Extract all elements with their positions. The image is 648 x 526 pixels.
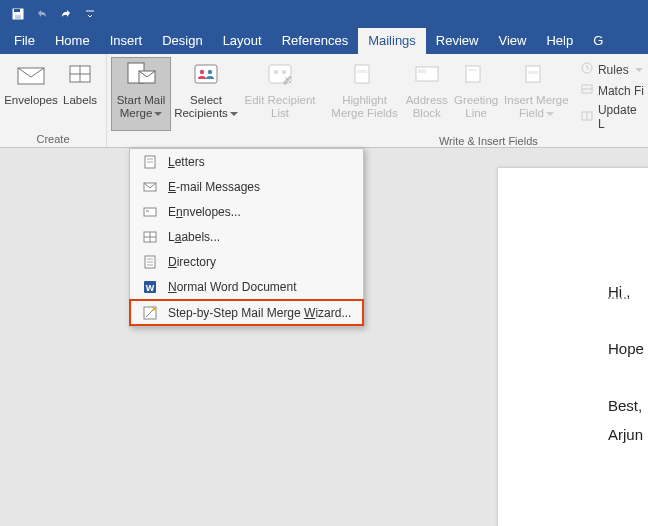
match-label: Match Fi [598,84,644,98]
menu-item-labels[interactable]: Laabels... [130,224,363,249]
envelope-icon [16,62,46,89]
address-icon [414,63,440,88]
greeting-label: Greeting Line [453,94,498,122]
labels-button[interactable]: Labels [58,57,102,131]
svg-rect-32 [144,208,156,216]
address-label: Address Block [404,94,449,122]
address-block-button[interactable]: Address Block [402,57,451,133]
edit-list-icon [265,61,295,90]
start-mail-merge-menu: Letters E-mail Messages Ennvelopes... La… [129,148,364,327]
rules-button[interactable]: Rules [576,59,648,80]
select-recipients-label: Select Recipients [174,94,228,119]
svg-point-44 [153,307,156,310]
email-icon [140,179,160,195]
doc-line-hi: Hi , [608,278,648,307]
update-label: Update L [598,103,646,131]
edit-recipient-list-button[interactable]: Edit Recipient List [241,57,319,131]
dropdown-arrow-icon [154,112,162,116]
recipients-icon [191,61,221,90]
svg-rect-0 [12,8,24,20]
svg-rect-2 [15,15,21,19]
redo-button[interactable] [55,3,77,25]
svg-point-11 [208,70,212,74]
update-icon [580,109,594,126]
doc-line-best: Best, [608,392,648,421]
rules-icon [580,61,594,78]
highlight-label: Highlight Merge Fields [329,94,400,122]
insert-merge-label: Insert Merge Field [504,94,569,119]
qat-customize-dropdown[interactable] [79,3,101,25]
match-icon [580,82,594,99]
edit-recipient-label: Edit Recipient List [243,94,317,122]
tab-home[interactable]: Home [45,28,100,54]
svg-rect-9 [195,65,217,83]
highlight-icon [352,62,378,89]
quick-access-toolbar [0,0,648,28]
ribbon-group-start: Start Mail Merge Select Recipients Edit … [107,54,323,147]
ribbon-tabs: File Home Insert Design Layout Reference… [0,28,648,54]
letter-icon [140,154,160,170]
menu-item-envelopes[interactable]: Ennvelopes... [130,199,363,224]
tab-layout[interactable]: Layout [213,28,272,54]
menu-item-wizard[interactable]: Step-by-Step Mail Merge Wizard... [129,299,364,326]
svg-point-10 [200,70,204,74]
insert-merge-field-button[interactable]: Insert Merge Field [501,57,572,133]
tab-extra[interactable]: G [583,28,605,54]
tab-mailings[interactable]: Mailings [358,28,426,54]
dropdown-arrow-icon [546,112,554,116]
svg-rect-15 [355,65,369,83]
wizard-icon [140,305,160,321]
menu-item-letters[interactable]: Letters [130,149,363,174]
insert-field-icon [523,63,549,88]
svg-text:W: W [146,283,155,293]
word-icon: W [140,279,160,295]
doc-line-name: Arjun [608,421,648,450]
mail-merge-icon [125,61,157,90]
undo-button[interactable] [31,3,53,25]
greeting-line-button[interactable]: Greeting Line [451,57,500,133]
envelopes-label: Envelopes [4,94,58,122]
ribbon: Envelopes Labels Create Start Mail Merge… [0,54,648,148]
update-labels-button[interactable]: Update L [576,101,648,133]
select-recipients-button[interactable]: Select Recipients [171,57,241,131]
tab-review[interactable]: Review [426,28,489,54]
rules-label: Rules [598,63,629,77]
tab-view[interactable]: View [488,28,536,54]
tab-file[interactable]: File [4,28,45,54]
envelopes-button[interactable]: Envelopes [4,57,58,131]
match-fields-button[interactable]: Match Fi [576,80,648,101]
greeting-icon [463,63,489,88]
menu-item-email[interactable]: E-mail Messages [130,174,363,199]
svg-point-14 [282,70,286,74]
highlight-merge-fields-button[interactable]: Highlight Merge Fields [327,57,402,133]
doc-line-hope: Hope y [608,335,648,364]
dropdown-arrow-icon [635,68,643,72]
tab-references[interactable]: References [272,28,358,54]
svg-rect-19 [466,66,480,82]
labels-icon [67,62,93,89]
labels-label: Labels [63,94,97,122]
dropdown-arrow-icon [230,112,238,116]
group-label-create: Create [4,131,102,145]
svg-point-13 [274,70,278,74]
envelope-small-icon [140,204,160,220]
tab-insert[interactable]: Insert [100,28,153,54]
ribbon-group-write: Highlight Merge Fields Address Block Gre… [323,54,648,147]
menu-item-directory[interactable]: Directory [130,249,363,274]
svg-rect-22 [528,71,538,74]
save-button[interactable] [7,3,29,25]
tab-design[interactable]: Design [152,28,212,54]
svg-rect-33 [146,210,149,212]
start-mail-merge-button[interactable]: Start Mail Merge [111,57,171,131]
svg-rect-18 [418,69,426,73]
directory-icon [140,254,160,270]
svg-rect-16 [357,70,367,73]
menu-item-normal-doc[interactable]: W Normal Word Document [130,274,363,299]
labels-small-icon [140,229,160,245]
group-label-write: Write & Insert Fields [327,133,648,147]
ribbon-group-create: Envelopes Labels Create [0,54,107,147]
tab-help[interactable]: Help [536,28,583,54]
document-page[interactable]: Hi , Hope y Best, Arjun [498,168,648,526]
svg-rect-1 [14,9,20,12]
